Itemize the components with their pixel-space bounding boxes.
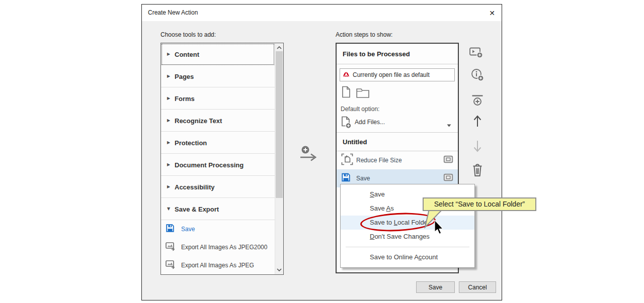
menu-item-save-to-online-account[interactable]: Save to Online Account: [341, 250, 474, 264]
delete-step-button[interactable]: [471, 162, 484, 179]
folder-icon[interactable]: [356, 87, 369, 100]
scroll-up-icon[interactable]: [275, 44, 283, 52]
floppy-save-icon: [341, 173, 351, 184]
pdf-file-icon: [343, 71, 350, 79]
floppy-save-icon: [166, 224, 175, 235]
add-files-dropdown[interactable]: Add Files...: [337, 115, 458, 130]
reduce-file-size-icon: [341, 153, 353, 167]
tools-list-viewport: ▶ Content ▶ Pages ▶ Forms ▶ Recognize Te…: [161, 43, 275, 274]
menu-item-dont-save-changes[interactable]: Don't Save Changes: [341, 230, 474, 244]
action-steps-label: Action steps to show:: [336, 31, 392, 38]
tool-export-jpeg[interactable]: Export All Images As JPEG: [161, 256, 275, 274]
add-to-action-arrow-icon: [296, 143, 320, 166]
scroll-down-icon[interactable]: [275, 266, 283, 274]
category-accessibility[interactable]: ▶ Accessibility: [161, 176, 275, 198]
export-image-icon: [166, 242, 177, 253]
expanded-triangle-icon: ▼: [167, 207, 170, 211]
step-settings-icon[interactable]: [443, 155, 453, 165]
step-settings-icon[interactable]: [443, 173, 453, 183]
tools-scrollbar[interactable]: [275, 43, 283, 274]
menu-divider: [346, 247, 469, 247]
collapsed-triangle-icon: ▶: [167, 162, 170, 167]
category-pages[interactable]: ▶ Pages: [161, 65, 275, 87]
collapsed-triangle-icon: ▶: [167, 74, 170, 78]
new-file-icon[interactable]: [341, 86, 351, 100]
tools-list: ▶ Content ▶ Pages ▶ Forms ▶ Recognize Te…: [160, 43, 284, 275]
collapsed-triangle-icon: ▶: [167, 140, 170, 145]
chevron-down-icon: [447, 120, 451, 129]
category-save-export[interactable]: ▼ Save & Export: [161, 198, 275, 220]
category-protection[interactable]: ▶ Protection: [161, 132, 275, 154]
scrollbar-thumb[interactable]: [276, 51, 283, 198]
dialog-title: Create New Action: [148, 9, 198, 16]
dialog-titlebar: Create New Action ✕: [142, 5, 502, 21]
move-up-button[interactable]: [472, 114, 482, 130]
callout-annotation: Select “Save to Local Folder”: [423, 197, 536, 211]
tool-save[interactable]: Save: [161, 220, 275, 238]
screenshot-root: Create New Action ✕ Choose tools to add:…: [0, 0, 644, 303]
collapsed-triangle-icon: ▶: [167, 96, 170, 100]
tool-export-jpeg2000[interactable]: Export All Images As JPEG2000: [161, 238, 275, 256]
untitled-group-header: Untitled: [337, 133, 458, 151]
add-files-icon: [341, 116, 353, 131]
current-file-item[interactable]: Currently open file as default: [340, 68, 455, 81]
category-content[interactable]: ▶ Content: [161, 43, 275, 65]
collapsed-triangle-icon: ▶: [167, 184, 170, 189]
step-reduce-file-size[interactable]: Reduce File Size: [337, 151, 458, 169]
add-divider-button[interactable]: [471, 94, 484, 110]
add-files-label: Add Files...: [355, 119, 385, 126]
move-down-button[interactable]: [472, 139, 482, 155]
files-to-be-processed-header: Files to be Processed: [337, 44, 458, 64]
export-image-icon: [166, 260, 177, 271]
add-panel-button[interactable]: [469, 47, 484, 61]
category-forms[interactable]: ▶ Forms: [161, 87, 275, 110]
choose-tools-label: Choose tools to add:: [160, 31, 216, 38]
file-source-icons: [341, 86, 458, 100]
collapsed-triangle-icon: ▶: [167, 52, 170, 56]
cancel-button[interactable]: Cancel: [459, 281, 496, 293]
add-instruction-button[interactable]: [471, 68, 484, 83]
collapsed-triangle-icon: ▶: [167, 118, 170, 123]
category-recognize-text[interactable]: ▶ Recognize Text: [161, 110, 275, 132]
default-option-label: Default option:: [341, 106, 458, 113]
close-icon[interactable]: ✕: [487, 8, 498, 19]
save-button[interactable]: Save: [416, 281, 455, 293]
category-document-processing[interactable]: ▶ Document Processing: [161, 154, 275, 176]
current-file-label: Currently open file as default: [353, 71, 430, 78]
mouse-cursor: [434, 220, 445, 238]
